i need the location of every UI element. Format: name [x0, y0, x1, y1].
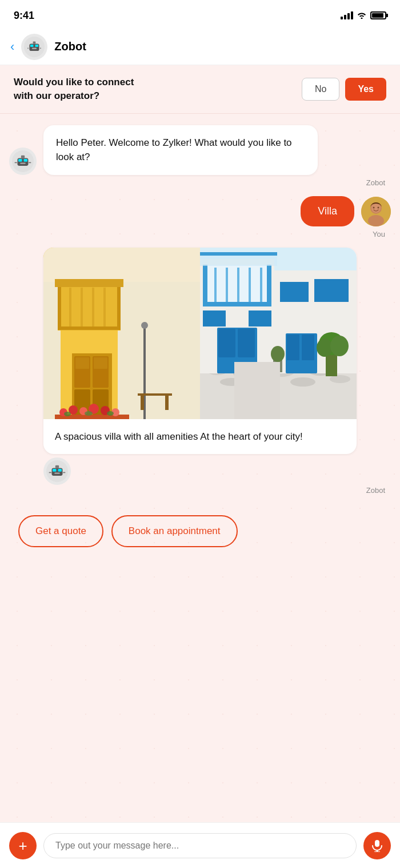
bot-greeting-row: Hello Peter. Welcome to Zylker! What wou…	[9, 125, 391, 175]
svg-rect-84	[280, 282, 309, 302]
villa-description: A spacious villa with all amenities At t…	[43, 419, 357, 455]
user-avatar	[361, 197, 391, 226]
svg-rect-78	[238, 329, 255, 357]
svg-point-20	[373, 206, 375, 208]
svg-rect-101	[55, 465, 59, 468]
operator-text: Would you like to connectwith our operat…	[14, 75, 293, 103]
input-bar: +	[0, 822, 400, 868]
svg-rect-98	[53, 469, 56, 472]
message-input[interactable]	[43, 833, 357, 858]
svg-rect-31	[92, 288, 94, 327]
svg-rect-54	[141, 396, 144, 410]
svg-rect-55	[165, 396, 169, 410]
book-appointment-button[interactable]: Book an appointment	[111, 515, 238, 547]
wifi-icon	[357, 11, 367, 21]
svg-rect-74	[249, 268, 251, 302]
user-label: You	[9, 230, 391, 238]
svg-rect-3	[35, 45, 38, 47]
status-bar: 9:41	[0, 0, 400, 29]
user-reply-bubble: Villa	[301, 196, 354, 226]
bot-label-greeting: Zobot	[9, 178, 391, 187]
svg-rect-87	[287, 335, 299, 360]
svg-rect-5	[33, 41, 36, 43]
operator-buttons: No Yes	[302, 78, 386, 101]
plus-button[interactable]: +	[9, 832, 37, 859]
svg-rect-11	[24, 159, 27, 162]
bot-label-villa: Zobot	[9, 486, 391, 495]
status-time: 9:41	[14, 10, 34, 22]
svg-rect-30	[81, 288, 83, 327]
svg-point-64	[290, 377, 315, 387]
svg-rect-99	[58, 469, 62, 472]
svg-rect-39	[75, 357, 89, 369]
villa-description-text: A spacious villa with all amenities At t…	[55, 431, 303, 442]
user-reply-text: Villa	[318, 205, 337, 217]
svg-rect-53	[138, 393, 172, 396]
svg-point-94	[271, 346, 285, 362]
svg-rect-13	[21, 155, 25, 158]
mic-button[interactable]	[363, 832, 391, 859]
villa-image-right	[200, 248, 357, 419]
svg-rect-12	[20, 162, 26, 164]
svg-rect-68	[203, 302, 271, 306]
bot-avatar-villa	[43, 457, 71, 485]
svg-rect-79	[203, 310, 226, 327]
user-reply-row: Villa	[9, 196, 391, 226]
svg-rect-40	[94, 357, 107, 369]
svg-point-52	[141, 322, 148, 329]
svg-point-18	[368, 215, 384, 226]
bot-greeting-text: Hello Peter. Welcome to Zylker! What wou…	[56, 137, 292, 163]
chat-header: ‹ Zobot	[0, 29, 400, 65]
svg-point-65	[330, 375, 350, 383]
operator-banner: Would you like to connectwith our operat…	[0, 65, 400, 114]
svg-rect-104	[375, 840, 379, 847]
svg-rect-33	[55, 279, 123, 287]
bot-avatar-greeting	[9, 148, 37, 175]
svg-rect-82	[200, 252, 277, 256]
svg-rect-73	[237, 268, 239, 302]
battery-icon	[370, 11, 386, 19]
svg-rect-27	[58, 285, 61, 330]
bot-avatar-header	[21, 34, 47, 60]
bot-greeting-bubble: Hello Peter. Welcome to Zylker! What wou…	[43, 125, 318, 175]
svg-rect-32	[103, 288, 106, 327]
svg-point-50	[107, 411, 114, 416]
svg-rect-77	[218, 329, 235, 357]
chat-area: Hello Peter. Welcome to Zylker! What wou…	[0, 114, 400, 822]
mic-icon	[371, 839, 383, 852]
svg-rect-80	[249, 310, 271, 327]
svg-rect-100	[54, 472, 60, 473]
svg-rect-69	[203, 265, 207, 306]
villa-images	[43, 248, 357, 419]
svg-rect-2	[30, 45, 33, 47]
svg-point-92	[330, 336, 349, 356]
no-button[interactable]: No	[302, 78, 339, 101]
svg-rect-72	[226, 268, 228, 302]
svg-point-91	[317, 339, 333, 357]
action-buttons: Get a quote Book an appointment	[9, 515, 391, 553]
svg-rect-88	[302, 335, 314, 360]
get-quote-button[interactable]: Get a quote	[18, 515, 103, 547]
svg-rect-71	[214, 268, 217, 302]
svg-point-48	[64, 412, 71, 416]
villa-card: A spacious villa with all amenities At t…	[43, 248, 357, 455]
svg-point-49	[85, 411, 93, 416]
svg-rect-75	[260, 268, 262, 302]
back-button[interactable]: ‹	[10, 39, 14, 54]
svg-point-21	[378, 206, 379, 208]
signal-icon	[341, 11, 353, 19]
svg-rect-85	[314, 279, 349, 302]
svg-rect-10	[18, 159, 22, 162]
svg-rect-26	[58, 327, 121, 330]
svg-rect-70	[267, 265, 271, 306]
status-icons	[341, 11, 386, 21]
bot-name-header: Zobot	[54, 40, 86, 53]
plus-icon: +	[18, 838, 27, 853]
svg-rect-29	[69, 288, 71, 327]
yes-button[interactable]: Yes	[345, 78, 386, 101]
svg-rect-25	[58, 285, 121, 331]
svg-rect-28	[117, 285, 121, 330]
svg-rect-4	[32, 47, 37, 49]
villa-image-left	[43, 248, 200, 419]
svg-rect-95	[234, 362, 280, 419]
